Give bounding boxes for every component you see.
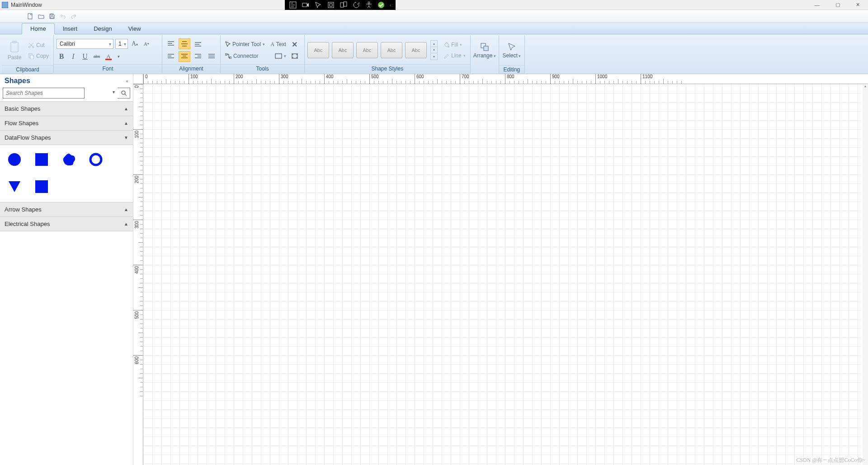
connector-icon xyxy=(225,53,231,59)
accessibility-icon[interactable] xyxy=(365,1,373,9)
paste-icon xyxy=(9,41,20,53)
underline-button[interactable]: U xyxy=(80,52,90,61)
tab-insert[interactable]: Insert xyxy=(55,23,86,34)
align-left-button[interactable] xyxy=(165,51,177,62)
ruler-horizontal[interactable]: 010020030040050060070080090010001100 xyxy=(143,74,868,84)
line-button[interactable]: Line xyxy=(441,51,467,60)
rectangle-tool-button[interactable] xyxy=(273,52,288,61)
qa-redo-button[interactable] xyxy=(70,12,78,20)
close-button[interactable]: ✕ xyxy=(848,0,868,10)
select-button[interactable]: Select xyxy=(502,36,522,65)
style-gallery-spinners[interactable]: ▴ ▾ ▾ xyxy=(430,40,438,60)
ruler-v-label: 0 xyxy=(134,85,139,88)
text-label: Text xyxy=(276,41,286,47)
shapes-panel-collapse-button[interactable]: « xyxy=(126,78,128,84)
align-justify-button[interactable] xyxy=(206,51,217,62)
font-group-label: Font xyxy=(54,64,162,73)
shape-blob[interactable] xyxy=(61,152,76,167)
shape-style-preset-5[interactable]: Abc xyxy=(405,42,427,58)
status-ok-icon[interactable] xyxy=(378,2,384,8)
bold-button[interactable]: B xyxy=(57,52,66,61)
strikethrough-button[interactable]: abc xyxy=(92,52,102,61)
paste-button[interactable]: Paste xyxy=(5,36,24,65)
shape-style-preset-4[interactable]: Abc xyxy=(381,42,402,58)
shape-styles-group-label: Shape Styles xyxy=(305,64,470,73)
accordion-dataflow-shapes[interactable]: DataFlow Shapes ▼ xyxy=(0,131,133,145)
align-center-button[interactable] xyxy=(179,51,190,62)
shape-square-filled-2[interactable] xyxy=(34,179,49,194)
accordion-flow-shapes[interactable]: Flow Shapes ▲ xyxy=(0,116,133,131)
shape-triangle-down[interactable] xyxy=(7,179,22,194)
font-name-combobox[interactable]: Calibri xyxy=(57,39,113,49)
font-size-combobox[interactable]: 1 xyxy=(115,39,128,49)
layout-adorners-icon[interactable] xyxy=(327,1,335,9)
fill-button[interactable]: Fill xyxy=(441,40,467,49)
svg-rect-18 xyxy=(275,54,282,58)
shapes-panel: Shapes « Basic Shapes ▲ Flow Shapes ▲ Da… xyxy=(0,74,133,465)
shape-circle-outline[interactable] xyxy=(89,152,103,167)
shape-circle-filled[interactable] xyxy=(7,152,22,167)
svg-rect-16 xyxy=(225,53,227,55)
group-editing: Select Editing xyxy=(499,35,525,73)
collapse-debug-icon[interactable]: ‹ xyxy=(390,3,391,8)
svg-rect-27 xyxy=(35,180,48,193)
svg-point-20 xyxy=(448,46,449,47)
accordion-electrical-shapes[interactable]: Electrical Shapes ▲ xyxy=(0,217,133,231)
tab-design[interactable]: Design xyxy=(85,23,120,34)
fit-page-button[interactable] xyxy=(290,51,300,61)
tab-home[interactable]: Home xyxy=(22,23,55,34)
qa-undo-button[interactable] xyxy=(59,12,67,20)
grow-font-button[interactable]: A▴ xyxy=(130,39,140,49)
ruler-vertical[interactable]: 0100200300400500600 xyxy=(133,84,143,465)
track-focus-icon[interactable] xyxy=(340,1,347,9)
search-icon xyxy=(121,90,127,96)
live-visual-tree-icon[interactable] xyxy=(289,1,297,9)
font-color-button[interactable]: A xyxy=(104,52,113,61)
shape-square-filled[interactable] xyxy=(34,152,49,167)
copy-button[interactable]: Copy xyxy=(26,52,51,61)
tools-group-label: Tools xyxy=(221,64,304,73)
shape-style-preset-1[interactable]: Abc xyxy=(307,42,329,58)
connector-tool-button[interactable]: Connector xyxy=(223,52,260,61)
delete-tool-button[interactable]: ✕ xyxy=(290,39,300,49)
shrink-font-button[interactable]: A▾ xyxy=(142,39,151,49)
scroll-up-icon[interactable]: ▴ xyxy=(863,84,868,89)
ruler-v-label: 500 xyxy=(134,311,139,319)
accordion-arrow-shapes[interactable]: Arrow Shapes ▲ xyxy=(0,202,133,217)
pointer-tool-button[interactable]: Pointer Tool xyxy=(223,40,267,49)
group-tools: Pointer Tool A Text ✕ Connector xyxy=(221,35,305,73)
shape-style-preset-3[interactable]: Abc xyxy=(356,42,378,58)
shape-style-preset-2[interactable]: Abc xyxy=(332,42,354,58)
chevron-up-icon: ▲ xyxy=(124,221,128,226)
maximize-button[interactable]: ▢ xyxy=(827,0,848,10)
align-right-button[interactable] xyxy=(192,51,204,62)
gallery-up-icon[interactable]: ▴ xyxy=(431,41,437,47)
align-bottom-button[interactable] xyxy=(192,38,204,49)
gallery-more-icon[interactable]: ▾ xyxy=(431,53,437,60)
qa-save-button[interactable] xyxy=(48,12,56,20)
italic-button[interactable]: I xyxy=(68,52,78,61)
search-shapes-button[interactable] xyxy=(118,88,130,99)
svg-rect-11 xyxy=(13,41,16,43)
qa-open-button[interactable] xyxy=(37,12,45,20)
cut-button[interactable]: Cut xyxy=(26,41,51,50)
font-color-dropdown[interactable]: ▾ xyxy=(115,52,122,61)
recorder-icon[interactable] xyxy=(302,1,309,9)
qa-new-button[interactable] xyxy=(26,12,34,20)
text-tool-button[interactable]: A Text xyxy=(269,40,288,49)
vertical-scrollbar[interactable]: ▴ xyxy=(863,84,868,465)
tab-view[interactable]: View xyxy=(120,23,149,34)
svg-rect-15 xyxy=(30,55,33,59)
hot-reload-icon[interactable] xyxy=(353,1,360,9)
align-top-button[interactable] xyxy=(165,38,177,49)
accordion-basic-shapes[interactable]: Basic Shapes ▲ xyxy=(0,101,133,116)
minimize-button[interactable]: — xyxy=(807,0,827,10)
arrange-button[interactable]: Arrange xyxy=(473,36,496,65)
align-middle-button[interactable] xyxy=(179,38,190,49)
diagram-canvas[interactable] xyxy=(143,84,868,465)
ruler-v-label: 300 xyxy=(134,221,139,229)
select-element-icon[interactable] xyxy=(315,1,322,9)
search-shapes-input[interactable] xyxy=(3,88,85,99)
ruler-corner xyxy=(133,74,143,84)
gallery-down-icon[interactable]: ▾ xyxy=(431,47,437,53)
